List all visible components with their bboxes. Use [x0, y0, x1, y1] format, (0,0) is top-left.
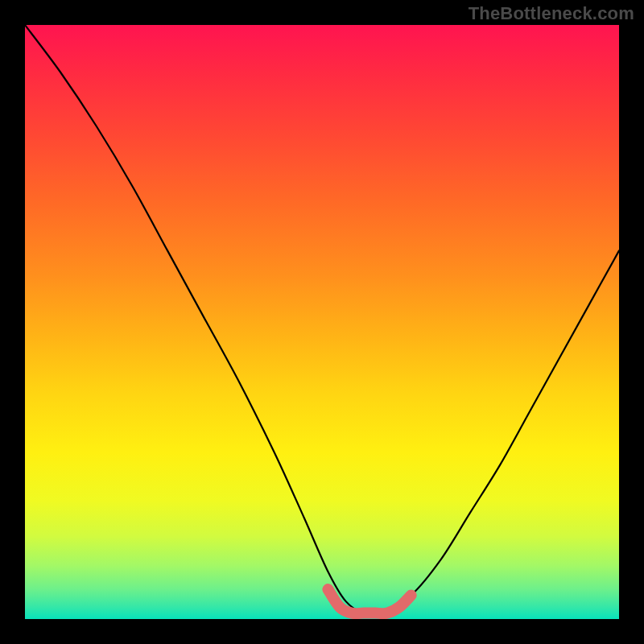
plot-area — [25, 25, 619, 619]
watermark-label: TheBottleneck.com — [469, 3, 634, 24]
bottleneck-curve-path — [25, 25, 619, 615]
chart-frame: TheBottleneck.com — [0, 0, 644, 644]
curve-layer — [25, 25, 619, 619]
